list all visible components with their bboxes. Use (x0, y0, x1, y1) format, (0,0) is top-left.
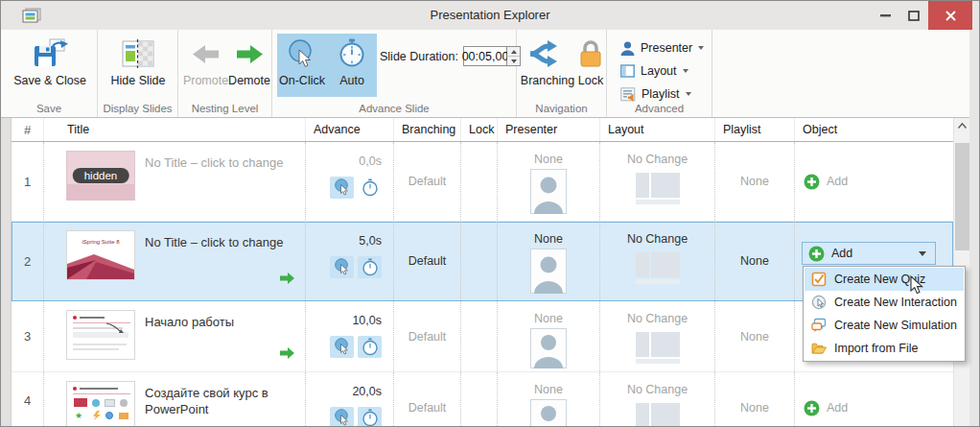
stopwatch-small-icon (362, 409, 379, 427)
onclick-small-icon (334, 338, 351, 356)
title-cell: hidden No Title – click to change (44, 142, 306, 221)
interaction-icon (811, 295, 827, 310)
menu-item-create-new-interaction[interactable]: Create New Interaction (805, 291, 964, 314)
group-label-navigation: Navigation (517, 103, 606, 114)
promote-button[interactable]: Promote (183, 36, 228, 87)
auto-button[interactable]: Auto (327, 36, 377, 99)
auto-stopwatch-icon (338, 38, 366, 69)
slide-duration-label: Slide Duration: (380, 50, 458, 63)
hide-slide-button[interactable]: Hide Slide (105, 36, 171, 87)
advance-mode-active-block: On-Click Auto (277, 34, 377, 97)
object-cell: Add (795, 142, 953, 221)
presenter-cell: None (498, 301, 600, 371)
add-object-dropdown-button[interactable]: Add (802, 242, 936, 265)
promote-icon (193, 45, 219, 63)
branching-icon (527, 39, 568, 68)
presenter-icon (620, 41, 635, 56)
advance-auto-toggle[interactable] (358, 407, 382, 427)
slide-title[interactable]: No Title – click to change (145, 154, 284, 221)
branching-button[interactable]: Branching (519, 36, 576, 87)
header-lock: Lock (461, 118, 498, 141)
add-object-link[interactable]: Add (804, 400, 848, 416)
menu-item-create-new-simulation[interactable]: Create New Simulation (805, 314, 964, 337)
header-playlist: Playlist (715, 118, 795, 141)
minimize-icon (880, 14, 891, 17)
layout-button[interactable]: Layout (620, 61, 688, 81)
maximize-button[interactable] (899, 1, 928, 30)
lock-button[interactable]: Lock (576, 36, 605, 87)
save-close-button[interactable]: Save & Close (10, 36, 90, 87)
advance-time: 0,0s (359, 154, 382, 168)
plus-circle-icon (804, 174, 820, 190)
advance-auto-toggle[interactable] (358, 256, 382, 278)
scroll-up-button[interactable] (954, 118, 969, 133)
slide-thumbnail[interactable]: iSpring Suite 8 (66, 230, 135, 280)
advance-time: 20,0s (352, 385, 382, 398)
advance-cell: 5,0s (306, 222, 394, 300)
group-label-advanced: Advanced (607, 103, 712, 114)
title-cell: ★ Создайте свой курс в PowerPoint (44, 372, 306, 427)
advance-auto-toggle[interactable] (358, 177, 382, 199)
header-num: # (12, 118, 44, 141)
advance-onclick-toggle[interactable] (330, 336, 354, 358)
demote-button[interactable]: Demote (228, 36, 270, 87)
row-gutter (1, 118, 12, 427)
on-click-icon (287, 38, 317, 69)
advance-onclick-toggle[interactable] (330, 407, 354, 427)
on-click-button[interactable]: On-Click (277, 36, 327, 99)
layout-thumb-icon (636, 173, 680, 204)
advance-auto-toggle[interactable] (358, 336, 382, 358)
slide-title[interactable]: Создайте свой курс в PowerPoint (145, 385, 289, 427)
playlist-icon (620, 87, 636, 102)
branching-cell: Default (394, 142, 461, 221)
presenter-button[interactable]: Presenter (620, 38, 704, 58)
advance-onclick-toggle[interactable] (330, 177, 354, 199)
slide-thumbnail[interactable] (66, 310, 135, 360)
mouse-cursor (910, 275, 924, 296)
ribbon: Save & Close Save Hide Slide Di (1, 30, 969, 118)
group-label-save: Save (1, 103, 97, 114)
advance-time: 10,0s (352, 314, 382, 327)
slide-thumbnail[interactable]: ★ (66, 381, 135, 427)
advance-cell: 0,0s (306, 142, 394, 221)
simulation-icon (811, 318, 827, 333)
add-object-link[interactable]: Add (804, 174, 848, 190)
table-row-4[interactable]: 4 ★ Создайте свой (12, 372, 953, 427)
object-cell: Add (795, 372, 953, 427)
playlist-dropdown-icon (686, 92, 691, 96)
menu-item-import-from-file[interactable]: Import from File (805, 337, 964, 360)
onclick-small-icon (334, 409, 351, 427)
layout-cell: No Change (600, 301, 715, 371)
onclick-small-icon (334, 178, 351, 197)
chevron-down-icon (919, 251, 926, 256)
slide-thumbnail[interactable]: hidden (66, 151, 135, 201)
ribbon-group-nesting: Promote Demote Nesting Level (178, 30, 272, 117)
close-button[interactable] (928, 1, 972, 30)
minimize-button[interactable] (871, 1, 899, 30)
advance-onclick-toggle[interactable] (330, 256, 354, 278)
slide-title[interactable]: No Title – click to change (145, 234, 284, 300)
lock-cell (461, 372, 498, 427)
menu-item-create-new-quiz[interactable]: Create New Quiz (805, 268, 964, 291)
scrollbar-thumb[interactable] (955, 143, 969, 250)
stopwatch-small-icon (362, 338, 379, 356)
lock-icon (578, 39, 603, 68)
table-header: # Title Advance Branching Lock Presenter… (12, 118, 953, 142)
layout-dropdown-icon (683, 69, 688, 73)
group-label-display-slides: Display Slides (98, 103, 177, 114)
spin-down-icon (511, 59, 517, 63)
presenter-avatar-icon (530, 399, 567, 427)
ribbon-group-advanced: Presenter Layout Playlist (607, 30, 712, 117)
playlist-button[interactable]: Playlist (620, 84, 691, 104)
spin-up-icon (511, 50, 517, 54)
demoted-arrow-icon (280, 273, 294, 284)
slide-duration-input[interactable]: 00:05,00 (463, 46, 507, 66)
title-bar: Presentation Explorer (1, 1, 979, 30)
plus-circle-icon (804, 400, 820, 416)
table-row-1[interactable]: 1 hidden No Title – click to change 0,0s (12, 142, 953, 222)
ribbon-group-display-slides: Hide Slide Display Slides (98, 30, 178, 117)
row-number: 3 (12, 301, 44, 371)
layout-thumb-icon (636, 403, 680, 427)
slide-title[interactable]: Начало работы (145, 314, 234, 371)
hidden-badge: hidden (73, 168, 129, 183)
